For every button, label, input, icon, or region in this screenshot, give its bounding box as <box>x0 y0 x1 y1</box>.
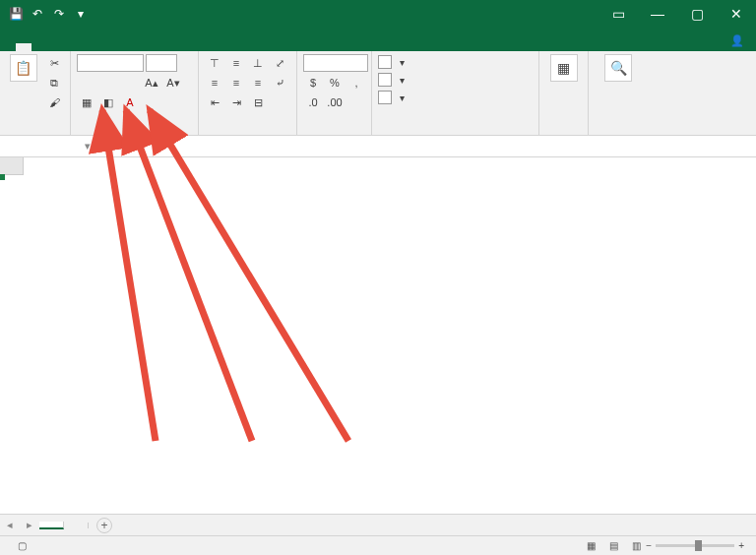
maximize-icon[interactable]: ▢ <box>677 0 717 28</box>
group-clipboard <box>6 132 64 136</box>
bold-button[interactable] <box>77 74 96 92</box>
tab-insert[interactable] <box>32 43 47 51</box>
cell-styles-button[interactable]: ▾ <box>378 90 533 105</box>
ribbon-options-icon[interactable]: ▭ <box>598 0 638 28</box>
increase-indent-icon[interactable]: ⇥ <box>226 93 246 111</box>
group-number <box>303 132 365 136</box>
undo-icon[interactable]: ↶ <box>28 4 47 24</box>
tab-help[interactable] <box>691 43 707 51</box>
tab-formulas[interactable] <box>63 43 79 51</box>
table-icon <box>378 73 392 87</box>
font-name-select[interactable] <box>77 54 144 72</box>
group-font <box>77 132 192 136</box>
select-all-corner[interactable] <box>0 157 24 175</box>
paste-button[interactable]: 📋 <box>6 54 40 84</box>
person-icon: 👤 <box>730 34 744 47</box>
font-size-select[interactable] <box>146 54 177 72</box>
decrease-font-icon[interactable]: A▾ <box>163 74 183 92</box>
increase-font-icon[interactable]: A▴ <box>142 74 161 92</box>
cut-icon[interactable]: ✂ <box>44 54 64 72</box>
zoom-slider[interactable] <box>656 544 734 547</box>
font-color-icon[interactable]: A <box>120 93 140 111</box>
tab-file[interactable] <box>0 43 16 51</box>
tab-layout[interactable] <box>47 43 63 51</box>
group-styles <box>378 132 533 136</box>
sheet-tab-1[interactable] <box>39 522 64 529</box>
format-painter-icon[interactable]: 🖌 <box>44 93 64 111</box>
wrap-text-icon[interactable]: ⤶ <box>270 74 289 92</box>
currency-icon[interactable]: $ <box>303 74 323 92</box>
qat-dropdown-icon[interactable]: ▾ <box>71 4 91 24</box>
comma-icon[interactable]: , <box>346 74 366 92</box>
tab-view[interactable] <box>110 43 126 51</box>
group-cells <box>545 132 582 136</box>
orientation-icon[interactable]: ⤢ <box>270 54 289 72</box>
align-center-icon[interactable]: ≡ <box>226 74 246 92</box>
italic-button[interactable] <box>98 74 118 92</box>
sheet-nav-prev[interactable]: ◂ <box>0 519 20 531</box>
merge-icon[interactable]: ⊟ <box>248 93 268 111</box>
fx-icon[interactable]: fx <box>97 141 121 153</box>
tab-review[interactable] <box>94 43 110 51</box>
view-page-break-icon[interactable]: ▥ <box>626 540 646 551</box>
redo-icon[interactable]: ↷ <box>49 4 69 24</box>
border-icon[interactable]: ▦ <box>77 93 96 111</box>
zoom-in-icon[interactable]: + <box>738 540 744 551</box>
find-icon: 🔍 <box>604 54 632 82</box>
tab-developer[interactable] <box>126 43 142 51</box>
align-bottom-icon[interactable]: ⊥ <box>248 54 268 72</box>
cells-icon: ▦ <box>550 54 578 82</box>
number-format-select[interactable] <box>303 54 368 72</box>
copy-icon[interactable]: ⧉ <box>44 74 64 92</box>
cells-button[interactable]: ▦ <box>545 54 582 82</box>
view-normal-icon[interactable]: ▦ <box>582 540 601 551</box>
decrease-indent-icon[interactable]: ⇤ <box>205 93 224 111</box>
clipboard-icon: 📋 <box>10 54 37 82</box>
fx-dropdown-icon[interactable]: ▾ <box>85 140 91 153</box>
tab-share[interactable]: 👤 <box>723 31 756 51</box>
tab-login[interactable] <box>707 43 723 51</box>
align-top-icon[interactable]: ⊤ <box>205 54 224 72</box>
increase-decimal-icon[interactable]: .0 <box>303 93 323 111</box>
macro-record-icon[interactable]: ▢ <box>18 540 27 551</box>
editing-button[interactable]: 🔍 <box>595 54 642 82</box>
group-editing <box>595 132 679 136</box>
close-icon[interactable]: ✕ <box>717 0 756 28</box>
align-middle-icon[interactable]: ≡ <box>226 54 246 72</box>
view-page-layout-icon[interactable]: ▤ <box>604 540 624 551</box>
zoom-out-icon[interactable]: − <box>646 540 652 551</box>
save-icon[interactable]: 💾 <box>6 4 26 24</box>
align-right-icon[interactable]: ≡ <box>248 74 268 92</box>
underline-button[interactable] <box>120 74 140 92</box>
fill-color-icon[interactable]: ◧ <box>98 93 118 111</box>
format-as-table-button[interactable]: ▾ <box>378 72 533 88</box>
add-sheet-button[interactable]: + <box>96 518 112 533</box>
decrease-decimal-icon[interactable]: .00 <box>325 93 345 111</box>
minimize-icon[interactable]: — <box>638 0 677 28</box>
sheet-nav-next[interactable]: ▸ <box>20 519 39 531</box>
percent-icon[interactable]: % <box>325 74 345 92</box>
cell-style-icon <box>378 91 392 104</box>
align-left-icon[interactable]: ≡ <box>205 74 224 92</box>
conditional-format-button[interactable]: ▾ <box>378 54 533 70</box>
tab-home[interactable] <box>16 43 32 51</box>
sheet-tab-2[interactable] <box>64 523 89 528</box>
tab-data[interactable] <box>79 43 94 51</box>
group-alignment <box>205 132 290 136</box>
cond-format-icon <box>378 55 392 69</box>
